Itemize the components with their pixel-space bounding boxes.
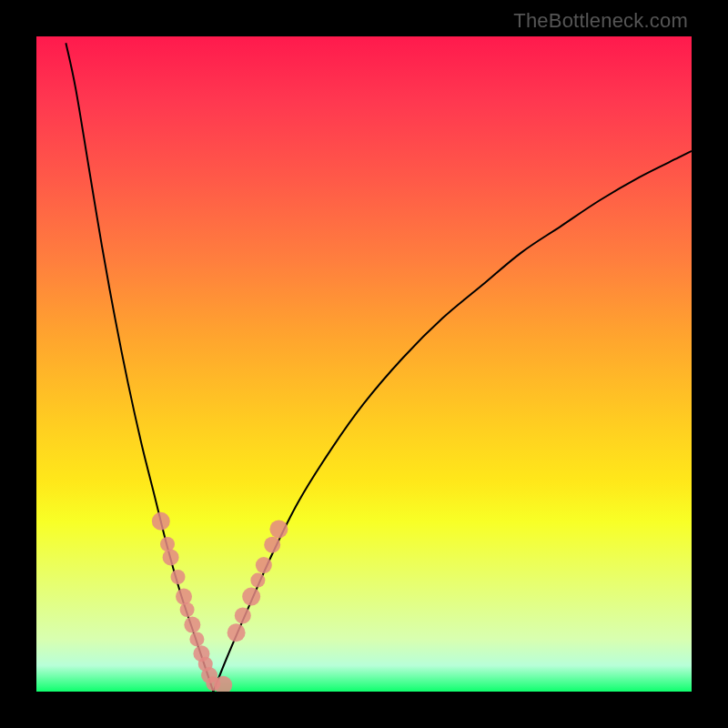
data-markers — [152, 512, 288, 692]
data-point — [250, 573, 265, 588]
data-point — [160, 537, 175, 551]
data-point — [242, 588, 260, 606]
bottleneck-chart — [36, 36, 692, 692]
data-point — [180, 602, 195, 617]
data-point — [184, 617, 200, 633]
data-point — [269, 520, 288, 538]
data-point — [235, 607, 251, 623]
data-point — [171, 570, 186, 584]
curve-right — [213, 151, 692, 692]
data-point — [256, 557, 272, 573]
data-point — [264, 537, 280, 553]
data-point — [228, 623, 246, 642]
watermark-text: TheBottleneck.com — [513, 9, 688, 33]
data-point — [176, 589, 192, 605]
data-point — [152, 512, 170, 531]
data-point — [163, 549, 179, 565]
data-point — [189, 632, 204, 646]
